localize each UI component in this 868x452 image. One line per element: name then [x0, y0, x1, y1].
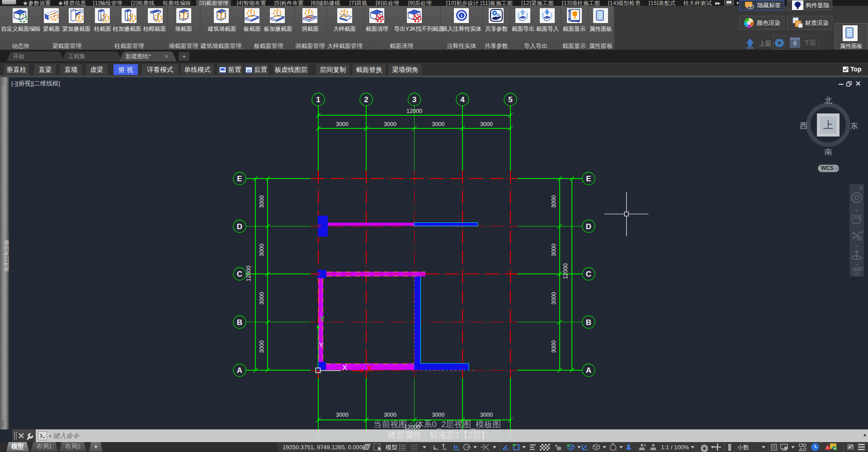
svg-text:3: 3	[412, 95, 416, 104]
svg-text:E: E	[237, 174, 242, 183]
svg-text:3000: 3000	[480, 412, 493, 418]
svg-text:D: D	[586, 222, 591, 231]
svg-text:X: X	[342, 363, 347, 372]
svg-text:3000: 3000	[384, 412, 396, 418]
svg-text:3000: 3000	[336, 412, 349, 418]
svg-text:A: A	[586, 366, 591, 375]
svg-text:12000: 12000	[562, 264, 569, 279]
svg-text:E: E	[586, 174, 591, 183]
svg-text:3000: 3000	[432, 121, 445, 127]
svg-text:A: A	[237, 366, 242, 375]
svg-text:12000: 12000	[245, 266, 252, 282]
svg-text:1:1 / 100%: 1:1 / 100%	[661, 444, 689, 451]
svg-text:4: 4	[460, 95, 465, 104]
svg-text:2: 2	[364, 95, 368, 104]
svg-text:3000: 3000	[384, 121, 396, 127]
svg-text:Y: Y	[320, 315, 325, 323]
svg-text:3000: 3000	[480, 121, 493, 127]
svg-text:3000: 3000	[336, 121, 349, 127]
svg-text:小数: 小数	[737, 444, 749, 451]
svg-text:上: 上	[823, 119, 833, 131]
svg-text:3000: 3000	[551, 195, 557, 208]
svg-text:3000: 3000	[259, 195, 265, 208]
svg-text:3000: 3000	[551, 292, 557, 305]
svg-text:3000: 3000	[551, 340, 557, 353]
svg-text:D: D	[237, 222, 242, 231]
svg-text:3000: 3000	[551, 244, 557, 256]
svg-text:Y: Y	[319, 341, 324, 349]
svg-text:B: B	[586, 318, 591, 327]
svg-text:X: X	[367, 364, 373, 373]
svg-text:模型: 模型	[385, 444, 397, 451]
svg-text:!: !	[827, 446, 828, 450]
svg-text:3000: 3000	[259, 244, 265, 256]
svg-text:3000: 3000	[259, 340, 265, 353]
svg-text:3000: 3000	[432, 412, 445, 418]
svg-text:5: 5	[508, 95, 512, 104]
svg-text:3000: 3000	[259, 292, 265, 305]
svg-text:1: 1	[316, 95, 320, 104]
svg-text:12000: 12000	[406, 108, 422, 114]
svg-text:B: B	[237, 318, 242, 327]
svg-text:C: C	[237, 270, 242, 278]
svg-text:C: C	[586, 270, 591, 278]
